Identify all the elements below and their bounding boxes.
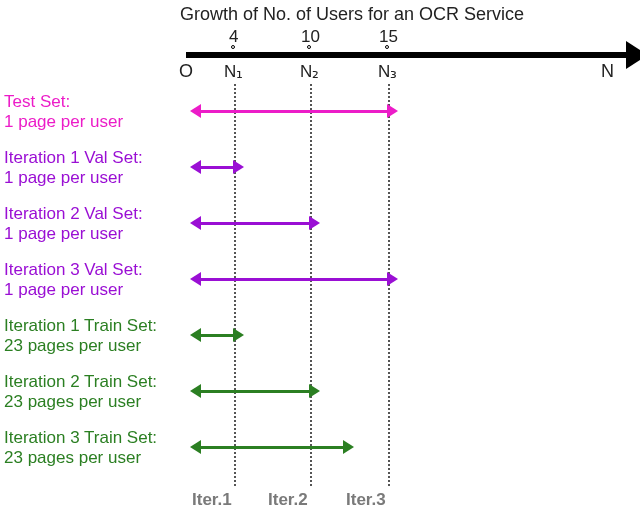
tick-sublabel: N₂ <box>300 61 319 82</box>
row-label: Iteration 2 Val Set:1 page per user <box>4 204 143 243</box>
arrowhead-left-icon <box>190 272 201 286</box>
double-arrow-icon <box>200 334 234 337</box>
row-label-line1: Iteration 3 Val Set: <box>4 260 143 280</box>
tick-value: 4 <box>229 27 238 47</box>
row-label: Iteration 1 Train Set:23 pages per user <box>4 316 157 355</box>
arrowhead-right-icon <box>233 328 244 342</box>
arrowhead-left-icon <box>190 384 201 398</box>
arrowhead-right-icon <box>233 160 244 174</box>
arrow-line <box>200 110 388 113</box>
iteration-label: Iter.2 <box>268 490 308 510</box>
row-label-line2: 23 pages per user <box>4 336 157 356</box>
arrowhead-right-icon <box>387 104 398 118</box>
arrow-line <box>200 278 388 281</box>
tick-sublabel: N₁ <box>224 61 243 82</box>
tick-value: 15 <box>379 27 398 47</box>
row-label-line2: 1 page per user <box>4 224 143 244</box>
row-label-line2: 23 pages per user <box>4 392 157 412</box>
row-label-line1: Iteration 1 Train Set: <box>4 316 157 336</box>
arrowhead-left-icon <box>190 440 201 454</box>
iteration-label: Iter.1 <box>192 490 232 510</box>
arrowhead-left-icon <box>190 328 201 342</box>
tick-sublabel: N₃ <box>378 61 397 82</box>
row-label-line1: Iteration 2 Val Set: <box>4 204 143 224</box>
double-arrow-icon <box>200 110 388 113</box>
row-label-line1: Iteration 3 Train Set: <box>4 428 157 448</box>
arrowhead-right-icon <box>387 272 398 286</box>
row-label: Iteration 1 Val Set:1 page per user <box>4 148 143 187</box>
arrow-line <box>200 334 234 337</box>
row-label-line1: Iteration 1 Val Set: <box>4 148 143 168</box>
row-label: Test Set:1 page per user <box>4 92 123 131</box>
row-label-line2: 1 page per user <box>4 112 123 132</box>
tick-value: 10 <box>301 27 320 47</box>
tick-mark-icon <box>307 45 311 49</box>
row-label: Iteration 2 Train Set:23 pages per user <box>4 372 157 411</box>
double-arrow-icon <box>200 390 310 393</box>
row-label: Iteration 3 Train Set:23 pages per user <box>4 428 157 467</box>
row-label-line1: Test Set: <box>4 92 123 112</box>
chart-title: Growth of No. of Users for an OCR Servic… <box>180 4 524 25</box>
arrowhead-right-icon <box>309 216 320 230</box>
diagram-stage: Growth of No. of Users for an OCR Servic… <box>0 0 640 513</box>
arrowhead-left-icon <box>190 216 201 230</box>
arrow-line <box>200 390 310 393</box>
double-arrow-icon <box>200 222 310 225</box>
arrow-line <box>200 222 310 225</box>
tick-mark-icon <box>231 45 235 49</box>
arrowhead-left-icon <box>190 104 201 118</box>
double-arrow-icon <box>200 166 234 169</box>
row-label-line2: 1 page per user <box>4 168 143 188</box>
arrowhead-right-icon <box>343 440 354 454</box>
vertical-guide-line <box>310 84 312 486</box>
row-label-line1: Iteration 2 Train Set: <box>4 372 157 392</box>
arrowhead-left-icon <box>190 160 201 174</box>
double-arrow-icon <box>200 446 344 449</box>
number-line-axis <box>186 52 630 58</box>
row-label-line2: 1 page per user <box>4 280 143 300</box>
arrow-line <box>200 166 234 169</box>
iteration-label: Iter.3 <box>346 490 386 510</box>
arrowhead-right-icon <box>626 41 640 69</box>
axis-end-label: N <box>601 61 614 82</box>
arrow-line <box>200 446 344 449</box>
tick-mark-icon <box>385 45 389 49</box>
row-label: Iteration 3 Val Set:1 page per user <box>4 260 143 299</box>
arrowhead-right-icon <box>309 384 320 398</box>
vertical-guide-line <box>234 84 236 486</box>
double-arrow-icon <box>200 278 388 281</box>
origin-label: O <box>179 61 193 82</box>
row-label-line2: 23 pages per user <box>4 448 157 468</box>
